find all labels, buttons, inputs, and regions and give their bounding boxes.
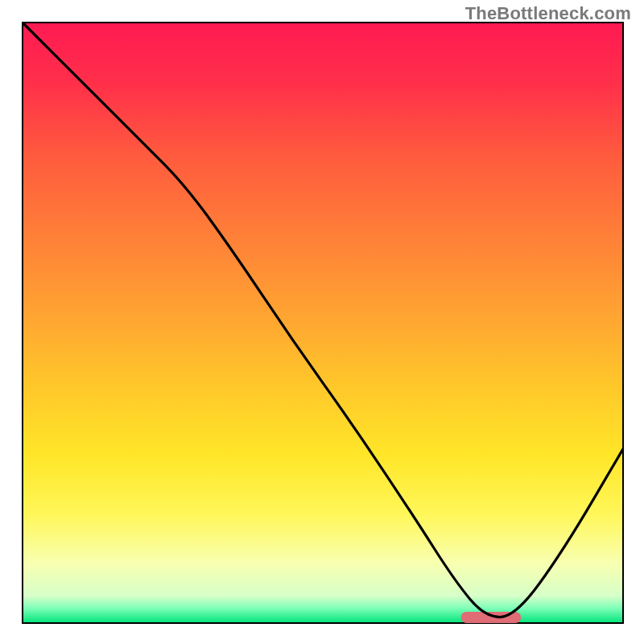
bottleneck-chart — [0, 0, 644, 644]
